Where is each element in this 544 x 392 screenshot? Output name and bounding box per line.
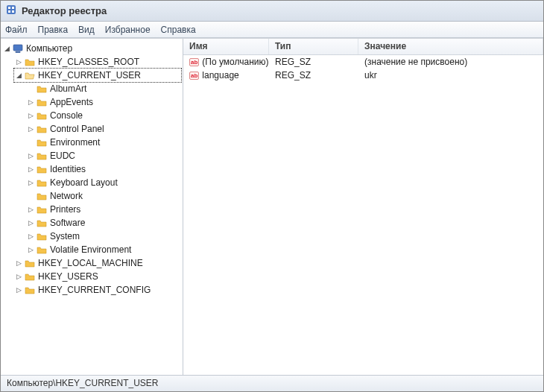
expander-icon[interactable]: ▷	[26, 246, 35, 253]
col-header-type[interactable]: Тип	[269, 39, 358, 54]
menu-file[interactable]: Файл	[5, 25, 28, 35]
expander-icon[interactable]: ▷	[26, 98, 35, 106]
computer-icon	[11, 44, 25, 53]
tree-hive-current-user[interactable]: ◢ HKEY_CURRENT_USER	[14, 69, 181, 82]
tree-key-printers[interactable]: ▷Printers	[26, 203, 181, 216]
tree-item-label: EUDC	[48, 151, 75, 161]
tree-key-console[interactable]: ▷Console	[26, 109, 181, 122]
expander-icon[interactable]: ▷	[14, 286, 23, 294]
menu-help[interactable]: Справка	[161, 25, 196, 35]
expander-icon[interactable]: ◢	[2, 45, 11, 52]
expander-icon[interactable]: ▷	[26, 179, 35, 186]
tree-item-label: Keyboard Layout	[48, 177, 118, 188]
expander-icon[interactable]: ◢	[14, 72, 23, 79]
tree-item-label: AlbumArt	[48, 83, 86, 94]
folder-icon	[35, 232, 48, 241]
tree-item-label: Environment	[48, 137, 100, 148]
folder-icon	[23, 57, 37, 66]
tree-hive-classes-root[interactable]: ▷ HKEY_CLASSES_ROOT	[14, 55, 181, 69]
tree-key-network[interactable]: ▷Network	[26, 189, 181, 203]
svg-rect-1	[8, 7, 10, 9]
folder-icon	[35, 84, 48, 93]
expander-icon[interactable]: ▷	[14, 273, 23, 280]
tree-hive-local-machine[interactable]: ▷ HKEY_LOCAL_MACHINE	[14, 256, 181, 270]
tree-item-label: Software	[48, 218, 85, 228]
tree-item-label: System	[48, 231, 80, 241]
tree-key-keyboard-layout[interactable]: ▷Keyboard Layout	[26, 176, 181, 189]
window-title: Редактор реестра	[22, 5, 107, 16]
statusbar: Компьютер\HKEY_CURRENT_USER	[1, 375, 543, 391]
expander-icon[interactable]: ▷	[26, 152, 35, 159]
folder-open-icon	[23, 71, 37, 80]
tree-item-label: Console	[48, 110, 83, 121]
tree-item-label: HKEY_USERS	[37, 271, 98, 282]
svg-rect-3	[8, 10, 10, 13]
folder-icon	[35, 178, 48, 187]
svg-rect-0	[7, 5, 16, 14]
tree-item-label: Control Panel	[48, 124, 104, 134]
expander-icon[interactable]: ▷	[26, 233, 35, 240]
tree-key-software[interactable]: ▷Software	[26, 216, 181, 230]
status-path: Компьютер\HKEY_CURRENT_USER	[7, 378, 158, 388]
tree-item-label: HKEY_LOCAL_MACHINE	[37, 258, 143, 268]
folder-icon	[35, 218, 48, 227]
folder-icon	[23, 285, 37, 294]
tree-root[interactable]: ◢ Компьютер	[2, 42, 181, 55]
value-data: (значение не присвоено)	[358, 56, 543, 68]
menu-favorites[interactable]: Избранное	[105, 25, 151, 35]
folder-icon	[35, 98, 48, 107]
col-header-value[interactable]: Значение	[358, 39, 543, 54]
col-header-name[interactable]: Имя	[183, 39, 269, 54]
tree-key-volatile-environment[interactable]: ▷Volatile Environment	[26, 243, 181, 256]
tree-key-eudc[interactable]: ▷EUDC	[26, 149, 181, 162]
svg-rect-4	[12, 10, 14, 13]
tree-hive-current-config[interactable]: ▷ HKEY_CURRENT_CONFIG	[14, 283, 181, 297]
folder-icon	[35, 111, 48, 120]
content-area: ◢ Компьютер ▷	[1, 38, 543, 375]
value-type: REG_SZ	[269, 69, 358, 81]
expander-icon[interactable]: ▷	[14, 259, 23, 267]
tree-key-albumart[interactable]: ▷AlbumArt	[26, 82, 181, 95]
tree-item-label: Printers	[48, 204, 80, 215]
svg-rect-2	[12, 7, 14, 9]
tree-item-label: Volatile Environment	[48, 244, 131, 255]
tree-item-label: AppEvents	[48, 97, 93, 107]
tree-item-label: Network	[48, 191, 83, 201]
folder-icon	[23, 259, 37, 268]
tree-key-control-panel[interactable]: ▷Control Panel	[26, 122, 181, 136]
tree-key-appevents[interactable]: ▷AppEvents	[26, 95, 181, 109]
value-row[interactable]: ab (По умолчанию) REG_SZ (значение не пр…	[183, 55, 543, 69]
value-type: REG_SZ	[269, 56, 358, 68]
folder-icon	[23, 272, 37, 281]
tree-key-system[interactable]: ▷System	[26, 230, 181, 243]
expander-icon[interactable]: ▷	[14, 58, 23, 66]
expander-icon[interactable]: ▷	[26, 219, 35, 227]
titlebar[interactable]: Редактор реестра	[1, 1, 543, 22]
folder-icon	[35, 192, 48, 200]
tree-item-label: HKEY_CURRENT_USER	[37, 70, 141, 80]
value-name: (По умолчанию)	[202, 57, 268, 67]
tree-item-label: HKEY_CURRENT_CONFIG	[37, 285, 151, 295]
expander-icon[interactable]: ▷	[26, 206, 35, 213]
expander-icon[interactable]: ▷	[26, 165, 35, 173]
list-pane: Имя Тип Значение ab (По умолчанию) REG_S…	[183, 39, 543, 375]
expander-icon[interactable]: ▷	[26, 112, 35, 119]
list-body[interactable]: ab (По умолчанию) REG_SZ (значение не пр…	[183, 55, 543, 375]
list-header: Имя Тип Значение	[183, 39, 543, 55]
value-data: ukr	[358, 69, 543, 81]
reg-string-icon: ab	[189, 58, 199, 66]
svg-rect-5	[13, 45, 22, 51]
folder-icon	[35, 124, 48, 133]
tree-hive-users[interactable]: ▷ HKEY_USERS	[14, 270, 181, 283]
tree-root-label: Компьютер	[25, 43, 72, 54]
menubar: Файл Правка Вид Избранное Справка	[1, 22, 543, 38]
tree-item-label: Identities	[48, 164, 86, 174]
menu-edit[interactable]: Правка	[38, 25, 69, 35]
tree-pane[interactable]: ◢ Компьютер ▷	[1, 39, 183, 375]
folder-icon	[35, 165, 48, 174]
tree-key-environment[interactable]: ▷Environment	[26, 136, 181, 149]
tree-key-identities[interactable]: ▷Identities	[26, 162, 181, 176]
expander-icon[interactable]: ▷	[26, 125, 35, 133]
value-row[interactable]: ab language REG_SZ ukr	[183, 69, 543, 82]
menu-view[interactable]: Вид	[78, 25, 95, 35]
